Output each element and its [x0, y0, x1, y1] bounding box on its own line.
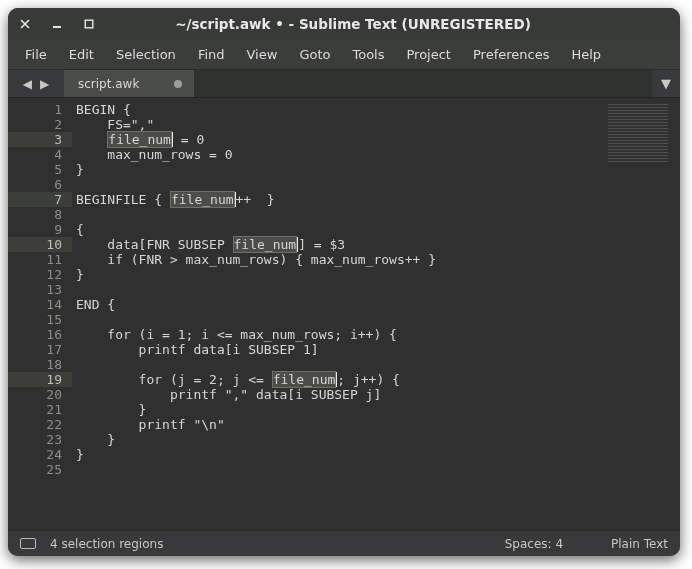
- code-line[interactable]: printf "," data[i SUBSEP j]: [76, 387, 590, 402]
- menu-project[interactable]: Project: [397, 43, 459, 66]
- gutter[interactable]: 1234567891011121314151617181920212223242…: [8, 98, 72, 530]
- line-number[interactable]: 25: [8, 462, 72, 477]
- code-line[interactable]: END {: [76, 297, 590, 312]
- line-number[interactable]: 21: [8, 402, 72, 417]
- line-number[interactable]: 18: [8, 357, 72, 372]
- line-number[interactable]: 5: [8, 162, 72, 177]
- menubar: File Edit Selection Find View Goto Tools…: [8, 40, 680, 70]
- window-title: ~/script.awk • - Sublime Text (UNREGISTE…: [96, 16, 670, 32]
- line-number[interactable]: 24: [8, 447, 72, 462]
- menu-edit[interactable]: Edit: [60, 43, 103, 66]
- editor: 1234567891011121314151617181920212223242…: [8, 98, 680, 530]
- menu-help[interactable]: Help: [562, 43, 610, 66]
- menu-view[interactable]: View: [238, 43, 287, 66]
- line-number[interactable]: 17: [8, 342, 72, 357]
- line-number[interactable]: 12: [8, 267, 72, 282]
- code-line[interactable]: }: [76, 447, 590, 462]
- code-line[interactable]: }: [76, 432, 590, 447]
- tab-label: script.awk: [78, 77, 139, 91]
- app-window: ~/script.awk • - Sublime Text (UNREGISTE…: [8, 8, 680, 556]
- line-number[interactable]: 4: [8, 147, 72, 162]
- titlebar[interactable]: ~/script.awk • - Sublime Text (UNREGISTE…: [8, 8, 680, 40]
- line-number[interactable]: 10: [8, 237, 72, 252]
- line-number[interactable]: 1: [8, 102, 72, 117]
- line-number[interactable]: 19: [8, 372, 72, 387]
- line-number[interactable]: 14: [8, 297, 72, 312]
- code-line[interactable]: for (j = 2; j <= file_num; j++) {: [76, 372, 590, 387]
- panel-switcher-icon[interactable]: [20, 538, 36, 549]
- nav-forward-icon[interactable]: ▶: [40, 77, 49, 91]
- line-number[interactable]: 20: [8, 387, 72, 402]
- code-line[interactable]: [76, 207, 590, 222]
- code-line[interactable]: for (i = 1; i <= max_num_rows; i++) {: [76, 327, 590, 342]
- line-number[interactable]: 7: [8, 192, 72, 207]
- code-line[interactable]: file_num = 0: [76, 132, 590, 147]
- line-number[interactable]: 3: [8, 132, 72, 147]
- statusbar: 4 selection regions Spaces: 4 Plain Text: [8, 530, 680, 556]
- close-icon[interactable]: [18, 17, 32, 31]
- status-spaces[interactable]: Spaces: 4: [505, 537, 563, 551]
- tab-history-nav: ◀ ▶: [8, 70, 64, 97]
- code-line[interactable]: [76, 462, 590, 477]
- menu-selection[interactable]: Selection: [107, 43, 185, 66]
- nav-back-icon[interactable]: ◀: [23, 77, 32, 91]
- code-area[interactable]: BEGIN { FS="," file_num = 0 max_num_rows…: [72, 98, 590, 530]
- code-line[interactable]: [76, 357, 590, 372]
- line-number[interactable]: 23: [8, 432, 72, 447]
- tab-active[interactable]: script.awk: [64, 70, 194, 97]
- code-line[interactable]: data[FNR SUBSEP file_num] = $3: [76, 237, 590, 252]
- code-line[interactable]: BEGIN {: [76, 102, 590, 117]
- tabbar-spacer: [194, 70, 652, 97]
- minimap-content: [608, 104, 668, 164]
- code-line[interactable]: }: [76, 267, 590, 282]
- line-number[interactable]: 2: [8, 117, 72, 132]
- line-number[interactable]: 22: [8, 417, 72, 432]
- code-line[interactable]: [76, 282, 590, 297]
- code-line[interactable]: if (FNR > max_num_rows) { max_num_rows++…: [76, 252, 590, 267]
- menu-find[interactable]: Find: [189, 43, 234, 66]
- window-controls: [18, 17, 96, 31]
- tab-dropdown-icon[interactable]: ▼: [652, 70, 680, 97]
- menu-tools[interactable]: Tools: [343, 43, 393, 66]
- code-line[interactable]: }: [76, 162, 590, 177]
- status-selection[interactable]: 4 selection regions: [50, 537, 163, 551]
- line-number[interactable]: 16: [8, 327, 72, 342]
- tabbar: ◀ ▶ script.awk ▼: [8, 70, 680, 98]
- line-number[interactable]: 15: [8, 312, 72, 327]
- line-number[interactable]: 6: [8, 177, 72, 192]
- code-line[interactable]: printf data[i SUBSEP 1]: [76, 342, 590, 357]
- code-line[interactable]: printf "\n": [76, 417, 590, 432]
- maximize-icon[interactable]: [82, 17, 96, 31]
- svg-rect-0: [85, 20, 93, 28]
- line-number[interactable]: 9: [8, 222, 72, 237]
- line-number[interactable]: 11: [8, 252, 72, 267]
- line-number[interactable]: 13: [8, 282, 72, 297]
- minimap[interactable]: [590, 98, 680, 530]
- code-line[interactable]: {: [76, 222, 590, 237]
- dirty-indicator-icon: [174, 80, 182, 88]
- code-line[interactable]: }: [76, 402, 590, 417]
- menu-file[interactable]: File: [16, 43, 56, 66]
- code-line[interactable]: FS=",": [76, 117, 590, 132]
- minimize-icon[interactable]: [50, 17, 64, 31]
- status-syntax[interactable]: Plain Text: [611, 537, 668, 551]
- code-line[interactable]: [76, 312, 590, 327]
- code-line[interactable]: [76, 177, 590, 192]
- menu-preferences[interactable]: Preferences: [464, 43, 558, 66]
- line-number[interactable]: 8: [8, 207, 72, 222]
- code-line[interactable]: BEGINFILE { file_num++ }: [76, 192, 590, 207]
- menu-goto[interactable]: Goto: [290, 43, 339, 66]
- code-line[interactable]: max_num_rows = 0: [76, 147, 590, 162]
